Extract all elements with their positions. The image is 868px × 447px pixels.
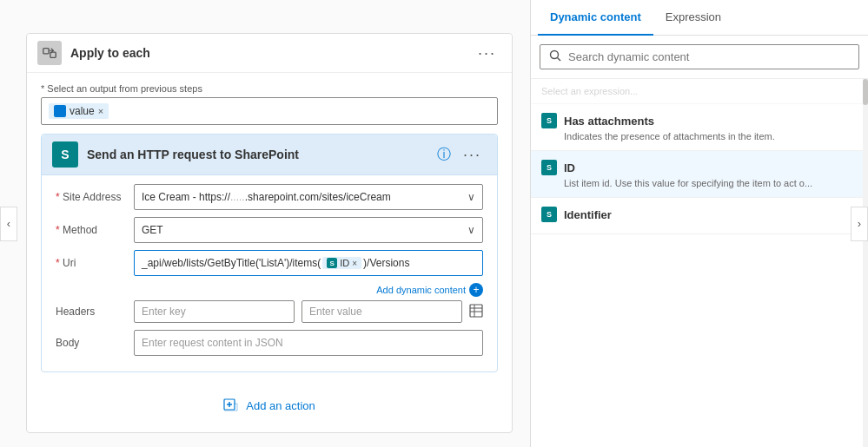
method-value: GET bbox=[142, 224, 163, 236]
add-action-btn[interactable]: Add an action bbox=[41, 390, 498, 422]
method-arrow: ∨ bbox=[467, 224, 475, 236]
sharepoint-icon: S bbox=[52, 141, 78, 168]
table-svg bbox=[469, 304, 483, 318]
id-token-close[interactable]: × bbox=[352, 259, 357, 268]
http-info-icon[interactable]: ⓘ bbox=[437, 146, 451, 164]
value-tag-label: value bbox=[70, 105, 95, 117]
svg-line-10 bbox=[558, 58, 561, 62]
right-arrow-icon: › bbox=[858, 217, 861, 230]
panel-search bbox=[531, 36, 868, 79]
search-svg bbox=[549, 49, 561, 62]
panel-item-partial: Select an expression... bbox=[531, 79, 868, 104]
svg-rect-0 bbox=[43, 49, 49, 54]
nav-arrow-right[interactable]: › bbox=[851, 207, 868, 241]
uri-label: Uri bbox=[56, 257, 134, 269]
add-dynamic-link[interactable]: Add dynamic content + bbox=[134, 283, 483, 297]
svg-point-9 bbox=[551, 51, 559, 59]
body-row: Body Enter request content in JSON bbox=[56, 330, 483, 356]
method-input[interactable]: GET ∨ bbox=[134, 217, 483, 243]
tab-dynamic-content[interactable]: Dynamic content bbox=[538, 0, 653, 36]
add-dynamic-plus-icon: + bbox=[469, 283, 483, 297]
scroll-thumb[interactable] bbox=[863, 79, 868, 105]
tab-dynamic-content-label: Dynamic content bbox=[550, 10, 641, 23]
identifier-title: Identifier bbox=[564, 208, 612, 221]
panel-scroll-area: Select an expression... S Has attachment… bbox=[531, 79, 868, 447]
id-token-icon: S bbox=[327, 258, 337, 268]
headers-val-placeholder: Enter value bbox=[309, 306, 362, 318]
id-item-title: ID bbox=[564, 161, 575, 174]
panel-tabs: Dynamic content Expression bbox=[531, 0, 868, 36]
nav-arrow-left[interactable]: ‹ bbox=[0, 207, 17, 241]
http-request-header: S Send an HTTP request to SharePoint ⓘ ·… bbox=[42, 135, 497, 175]
search-icon bbox=[549, 49, 561, 64]
method-row: Method GET ∨ bbox=[56, 217, 483, 243]
http-card-title: Send an HTTP request to SharePoint bbox=[87, 148, 437, 161]
body-input[interactable]: Enter request content in JSON bbox=[134, 330, 483, 356]
add-action-label: Add an action bbox=[246, 399, 315, 412]
http-menu[interactable]: ··· bbox=[458, 144, 487, 166]
uri-suffix: )/Versions bbox=[363, 257, 409, 269]
apply-each-menu[interactable]: ··· bbox=[473, 43, 501, 64]
site-address-arrow: ∨ bbox=[467, 191, 475, 203]
tab-expression-label: Expression bbox=[666, 10, 721, 23]
sharepoint-letter: S bbox=[61, 148, 69, 161]
apply-each-header: Apply to each ··· bbox=[27, 34, 512, 73]
method-label: Method bbox=[56, 224, 134, 236]
http-card-body: Site Address Ice Cream - https://......s… bbox=[42, 175, 497, 371]
panel-item-has-attachments[interactable]: S Has attachments Indicates the presence… bbox=[531, 104, 868, 151]
scroll-track bbox=[863, 79, 868, 447]
site-address-label: Site Address bbox=[56, 191, 134, 203]
id-item-desc: List item id. Use this value for specify… bbox=[564, 178, 858, 188]
uri-prefix: _api/web/lists/GetByTitle('ListA')/items… bbox=[142, 257, 321, 269]
has-attachments-desc: Indicates the presence of attachments in… bbox=[564, 131, 858, 141]
body-placeholder: Enter request content in JSON bbox=[142, 337, 283, 349]
add-dynamic-label: Add dynamic content bbox=[376, 285, 466, 295]
id-token: S ID × bbox=[322, 257, 361, 269]
panel-item-identifier[interactable]: S Identifier bbox=[531, 198, 868, 234]
flow-canvas: Apply to each ··· * Select an output fro… bbox=[0, 0, 530, 447]
body-label: Body bbox=[56, 337, 134, 349]
apply-each-body: * Select an output from previous steps v… bbox=[27, 73, 512, 432]
search-input[interactable] bbox=[568, 50, 850, 63]
tab-expression[interactable]: Expression bbox=[653, 0, 733, 36]
uri-row: Uri _api/web/lists/GetByTitle('ListA')/i… bbox=[56, 250, 483, 276]
panel-item-has-attachments-header: S Has attachments bbox=[541, 113, 858, 128]
headers-val-input[interactable]: Enter value bbox=[301, 300, 462, 323]
value-tag-close[interactable]: × bbox=[98, 106, 103, 116]
panel-content: Select an expression... S Has attachment… bbox=[531, 79, 868, 447]
main-area: ↓ ‹ Apply to each ··· * Select an output… bbox=[0, 0, 868, 447]
value-tag: value × bbox=[49, 103, 109, 119]
add-action-svg bbox=[223, 397, 239, 412]
headers-key-input[interactable]: Enter key bbox=[134, 300, 295, 323]
search-box bbox=[540, 44, 859, 69]
apply-each-title: Apply to each bbox=[70, 46, 473, 60]
dynamic-panel: Dynamic content Expression bbox=[530, 0, 868, 447]
panel-item-identifier-header: S Identifier bbox=[541, 207, 858, 222]
panel-item-id-header: S ID bbox=[541, 160, 858, 175]
table-icon[interactable] bbox=[469, 304, 483, 320]
has-attachments-icon: S bbox=[541, 113, 557, 128]
add-action-icon bbox=[223, 397, 239, 415]
has-attachments-title: Has attachments bbox=[564, 115, 654, 128]
repeat-icon bbox=[42, 45, 57, 61]
apply-each-card: Apply to each ··· * Select an output fro… bbox=[26, 33, 513, 433]
uri-input[interactable]: _api/web/lists/GetByTitle('ListA')/items… bbox=[134, 250, 483, 276]
site-address-row: Site Address Ice Cream - https://......s… bbox=[56, 184, 483, 210]
id-item-icon: S bbox=[541, 160, 557, 175]
http-request-card: S Send an HTTP request to SharePoint ⓘ ·… bbox=[41, 134, 498, 372]
site-address-input[interactable]: Ice Cream - https://......sharepoint.com… bbox=[134, 184, 483, 210]
headers-inputs: Enter key Enter value bbox=[134, 300, 462, 323]
headers-key-placeholder: Enter key bbox=[142, 306, 186, 318]
headers-label: Headers bbox=[56, 306, 134, 318]
svg-rect-2 bbox=[470, 305, 482, 317]
apply-each-icon bbox=[37, 41, 62, 65]
left-arrow-icon: ‹ bbox=[7, 217, 10, 230]
select-output-label: * Select an output from previous steps bbox=[41, 83, 498, 94]
site-address-value: Ice Cream - https://......sharepoint.com… bbox=[142, 191, 391, 203]
value-tag-input: value × bbox=[41, 97, 498, 125]
value-tag-icon bbox=[54, 105, 66, 117]
panel-item-id[interactable]: S ID List item id. Use this value for sp… bbox=[531, 151, 868, 198]
id-token-label: ID bbox=[340, 258, 349, 268]
identifier-icon: S bbox=[541, 207, 557, 222]
headers-row: Headers Enter key Enter value bbox=[56, 300, 483, 323]
